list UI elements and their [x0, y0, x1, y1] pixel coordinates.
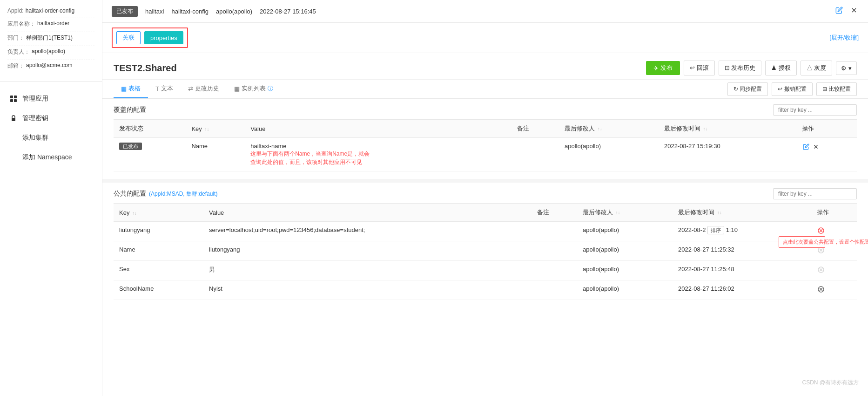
override-button-sex[interactable] — [817, 266, 825, 275]
table-row: Sex 男 apollo(apollo) 2022-08-27 11:25:48 — [114, 261, 857, 280]
tabs-bar: ▦ 表格 T 文本 ⇄ 更改历史 ▦ 实例列表 ⓘ — [102, 80, 868, 99]
gray-button[interactable]: △ 灰度 — [801, 61, 833, 75]
public-row2-modifier: apollo(apollo) — [577, 241, 673, 261]
time-sort-icon[interactable]: ↑↓ — [703, 126, 708, 131]
lock-icon — [9, 114, 18, 123]
top-row-actions — [834, 6, 859, 17]
gear-icon: ⚙ — [841, 65, 847, 72]
modifier-sort-icon[interactable]: ↑↓ — [598, 126, 602, 131]
public-filter-input[interactable] — [773, 188, 857, 199]
public-section-header: 公共的配置 (AppId:MSAD, 集群:default) — [114, 183, 857, 203]
covered-th-time: 最后修改时间 ↑↓ — [659, 120, 796, 138]
properties-button[interactable]: properties — [144, 31, 183, 44]
appname-label: 应用名称： — [7, 20, 35, 28]
public-row1-time-text2: 1:10 — [726, 226, 738, 233]
publish-button[interactable]: ✈ 发布 — [646, 61, 680, 75]
top-close-button[interactable] — [849, 6, 859, 17]
public-row1-remark — [532, 222, 577, 241]
covered-edit-button[interactable] — [802, 143, 810, 153]
covered-th-status: 发布状态 — [114, 120, 186, 138]
sidebar-item-add-cluster[interactable]: 添加集群 — [0, 128, 102, 148]
add-cluster-label: 添加集群 — [22, 134, 48, 142]
history-tab-icon: ⇄ — [188, 85, 193, 92]
guanlian-button[interactable]: 关联 — [116, 31, 141, 44]
email-label: 邮箱： — [7, 62, 24, 70]
rollback-button[interactable]: ↩ 回滚 — [684, 61, 715, 75]
plus-cluster-icon — [9, 134, 18, 142]
tab-instances[interactable]: ▦ 实例列表 ⓘ — [227, 80, 281, 98]
compare-button[interactable]: ⊟ 比较配置 — [816, 82, 857, 96]
public-row4-actions — [811, 280, 857, 300]
section-divider — [102, 179, 868, 183]
appname-value: hailtaxi-order — [37, 20, 69, 28]
public-row1-modifier: apollo(apollo) — [577, 222, 673, 241]
sidebar-item-manage-secret[interactable]: 管理密钥 — [0, 109, 102, 128]
config-header-actions: ✈ 发布 ↩ 回滚 ⊡ 发布历史 ♟ 授权 — [646, 61, 857, 75]
appid-value: hailtaxi-order-config — [26, 7, 74, 14]
namespace-border-box: 关联 properties — [112, 27, 188, 48]
expand-collapse-button[interactable]: [展开/收缩] — [829, 34, 859, 42]
config-section: TEST2.Shared ✈ 发布 ↩ 回滚 ⊡ 发布历史 — [102, 53, 868, 396]
public-key-sort-icon[interactable]: ↑↓ — [132, 211, 137, 216]
covered-row-actions — [796, 138, 857, 171]
owner-value: apollo(apollo) — [32, 48, 65, 56]
withdraw-button[interactable]: ↩ 撤销配置 — [772, 82, 812, 96]
gray-icon: △ — [807, 64, 813, 71]
public-modifier-sort-icon[interactable]: ↑↓ — [616, 210, 620, 215]
tab-history[interactable]: ⇄ 更改历史 — [181, 80, 227, 98]
auth-label: 授权 — [779, 64, 791, 71]
compare-label: 比较配置 — [828, 86, 851, 92]
owner-label: 负责人： — [7, 48, 30, 56]
covered-row-status: 已发布 — [114, 138, 186, 171]
sidebar: AppId: hailtaxi-order-config 应用名称： hailt… — [0, 0, 102, 396]
covered-filter-input[interactable] — [773, 104, 857, 116]
top-row-time: 2022-08-27 15:16:45 — [260, 8, 316, 15]
plus-namespace-icon — [9, 153, 18, 162]
sync-label: 同步配置 — [740, 86, 762, 92]
public-row3-key: Sex — [114, 261, 203, 280]
sync-icon: ↻ — [733, 86, 740, 92]
table-row: liutongyang server=localhost;uid=root;pw… — [114, 222, 857, 241]
key-sort-icon[interactable]: ↑↓ — [204, 127, 209, 132]
override-button[interactable] — [817, 226, 825, 236]
svg-rect-1 — [14, 96, 17, 98]
public-th-value: Value — [203, 204, 532, 222]
covered-section-header: 覆盖的配置 — [114, 99, 857, 119]
covered-section-title: 覆盖的配置 — [114, 106, 146, 114]
top-edit-button[interactable] — [834, 6, 844, 17]
covered-th-value: Value — [245, 120, 511, 138]
public-config-table: Key ↑↓ Value 备注 最后修改人 ↑↓ 最后修改时间 ↑↓ 操作 li… — [114, 203, 857, 300]
tab-table[interactable]: ▦ 表格 — [114, 80, 148, 98]
manage-secret-label: 管理密钥 — [22, 114, 48, 123]
public-row4-modifier: apollo(apollo) — [577, 280, 673, 300]
config-header: TEST2.Shared ✈ 发布 ↩ 回滚 ⊡ 发布历史 — [102, 53, 868, 80]
settings-button[interactable]: ⚙ ▾ — [836, 61, 857, 75]
override-button-school[interactable] — [817, 285, 825, 295]
tooltip-box: 点击此次覆盖公共配置，设置个性配置 — [817, 226, 825, 236]
history-label: 发布历史 — [731, 64, 755, 71]
public-row3-time: 2022-08-27 11:25:48 — [673, 261, 811, 280]
public-row1-actions: 点击此次覆盖公共配置，设置个性配置 — [811, 222, 857, 241]
paiming-button[interactable]: 排序 — [707, 226, 724, 234]
public-row2-remark — [532, 241, 577, 261]
public-th-time: 最后修改时间 ↑↓ — [673, 204, 811, 222]
public-th-remark: 备注 — [532, 204, 577, 222]
public-time-sort-icon[interactable]: ↑↓ — [717, 210, 722, 215]
manage-app-label: 管理应用 — [22, 95, 48, 103]
sidebar-item-add-namespace[interactable]: 添加 Namespace — [0, 148, 102, 167]
sidebar-item-manage-app[interactable]: 管理应用 — [0, 89, 102, 109]
withdraw-icon: ↩ — [778, 86, 784, 92]
override-tooltip: 点击此次覆盖公共配置，设置个性配置 — [779, 236, 825, 248]
public-row2-value: liutongyang — [203, 241, 532, 261]
auth-button[interactable]: ♟ 授权 — [765, 61, 797, 75]
covered-delete-button[interactable] — [812, 143, 820, 153]
covered-row-remark — [511, 138, 559, 171]
tab-text[interactable]: T 文本 — [148, 80, 181, 98]
covered-th-key: Key ↑↓ — [186, 120, 245, 138]
public-row3-modifier: apollo(apollo) — [577, 261, 673, 280]
public-th-key: Key ↑↓ — [114, 204, 203, 222]
covered-th-remark: 备注 — [511, 120, 559, 138]
history-button[interactable]: ⊡ 发布历史 — [719, 61, 762, 75]
sync-button[interactable]: ↻ 同步配置 — [727, 82, 768, 96]
covered-row-value-note: 这里与下面有两个Name，当查询Name是，就会查询此处的值，而且，该项对其他应… — [250, 150, 506, 166]
